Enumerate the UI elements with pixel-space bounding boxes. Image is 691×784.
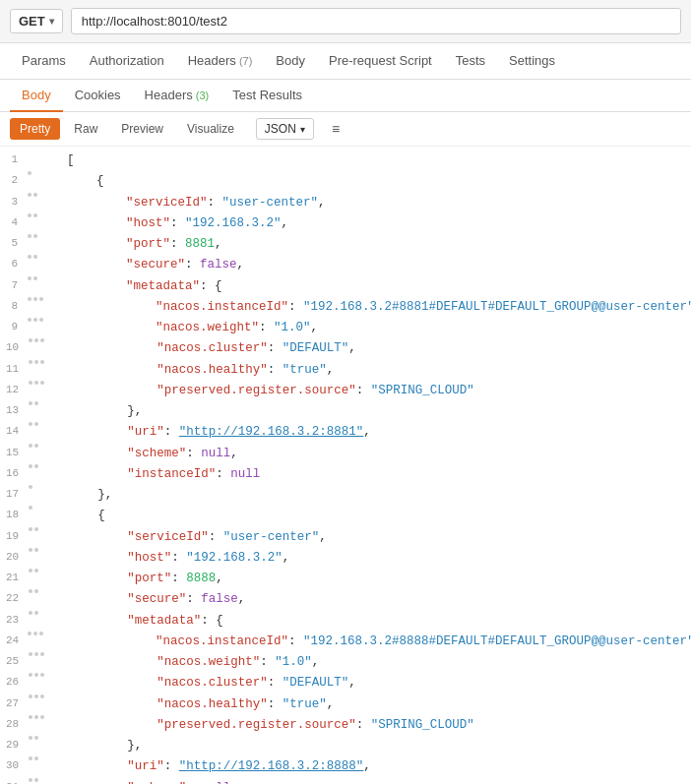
top-tab-body[interactable]: Body (264, 43, 317, 80)
indent-dot (29, 715, 32, 719)
line-content: [ (67, 151, 691, 171)
table-row: 12 "preserved.register.source": "SPRING_… (0, 381, 691, 401)
line-content: "serviceId": "user-center", (67, 193, 691, 213)
line-content: "nacos.weight": "1.0", (67, 318, 691, 338)
table-row: 15 "scheme": null, (0, 444, 691, 464)
line-dots (29, 778, 68, 782)
top-tab-params[interactable]: Params (10, 43, 78, 80)
indent-dot (34, 778, 38, 782)
line-number: 5 (0, 234, 28, 253)
line-dots (29, 444, 68, 448)
method-chevron: ▾ (49, 16, 54, 27)
response-tab-headers[interactable]: Headers (3) (133, 80, 221, 112)
line-number: 13 (0, 401, 29, 420)
response-tab-body[interactable]: Body (10, 80, 63, 112)
table-row: 27 "nacos.healthy": "true", (0, 694, 691, 715)
table-row: 26 "nacos.cluster": "DEFAULT", (0, 673, 691, 694)
json-label: JSON (265, 122, 296, 136)
indent-dot (33, 632, 37, 635)
top-tab-settings[interactable]: Settings (497, 43, 567, 80)
table-row: 3 "serviceId": "user-center", (0, 193, 691, 213)
indent-dot (29, 401, 32, 405)
line-dots (29, 756, 68, 760)
indent-dot (34, 548, 38, 552)
line-number: 2 (0, 171, 28, 190)
table-row: 24 "nacos.instanceId": "192.168.3.2#8888… (0, 632, 691, 652)
top-tab-authorization[interactable]: Authorization (78, 43, 176, 80)
raw-button[interactable]: Raw (64, 118, 107, 140)
line-number: 18 (0, 506, 29, 524)
table-row: 18 { (0, 506, 691, 526)
indent-dot (39, 297, 43, 301)
line-dots (28, 632, 67, 635)
method-selector[interactable]: GET ▾ (10, 9, 63, 33)
line-number: 25 (0, 652, 29, 671)
line-content: "instanceId": null (68, 464, 691, 485)
line-content: "nacos.healthy": "true", (68, 694, 691, 715)
line-number: 21 (0, 569, 29, 587)
preview-button[interactable]: Preview (111, 118, 173, 140)
indent-dot (34, 464, 38, 468)
line-number: 27 (0, 694, 29, 713)
indent-dot (40, 673, 44, 677)
wrap-button[interactable]: ≡ (326, 119, 346, 139)
line-number: 24 (0, 632, 28, 650)
line-dots (28, 318, 67, 322)
line-content: "uri": "http://192.168.3.2:8881", (68, 422, 691, 443)
table-row: 14 "uri": "http://192.168.3.2:8881", (0, 422, 691, 443)
line-dots (29, 401, 68, 405)
line-dots (29, 548, 68, 552)
json-format-selector[interactable]: JSON ▾ (256, 118, 314, 140)
top-tab-pre-request-script[interactable]: Pre-request Script (317, 43, 444, 80)
line-content: "nacos.instanceId": "192.168.3.2#8881#DE… (67, 297, 691, 318)
indent-dot (40, 652, 44, 656)
line-dots (29, 527, 68, 531)
indent-dot (34, 569, 38, 573)
table-row: 16 "instanceId": null (0, 464, 691, 485)
line-dots (29, 611, 68, 615)
url-input[interactable] (71, 8, 681, 34)
table-row: 29 }, (0, 736, 691, 756)
indent-dot (34, 527, 38, 531)
line-dots (29, 652, 68, 656)
top-tabs: ParamsAuthorizationHeaders (7)BodyPre-re… (0, 43, 691, 80)
indent-dot (40, 715, 44, 719)
pretty-button[interactable]: Pretty (10, 118, 60, 140)
line-number: 22 (0, 589, 29, 608)
line-content: "uri": "http://192.168.3.2:8888", (68, 756, 691, 777)
table-row: 21 "port": 8888, (0, 569, 691, 589)
indent-dot (40, 360, 44, 364)
line-dots (29, 736, 68, 740)
table-row: 4 "host": "192.168.3.2", (0, 213, 691, 234)
indent-dot (33, 234, 37, 238)
line-content: { (68, 506, 691, 526)
line-number: 6 (0, 255, 28, 273)
table-row: 7 "metadata": { (0, 276, 691, 297)
line-dots (29, 485, 68, 489)
indent-dot (34, 422, 38, 426)
visualize-button[interactable]: Visualize (177, 118, 244, 140)
indent-dot (29, 652, 32, 656)
table-row: 8 "nacos.instanceId": "192.168.3.2#8881#… (0, 297, 691, 318)
line-content: "secure": false, (67, 255, 691, 275)
indent-dot (28, 193, 31, 197)
response-tab-cookies[interactable]: Cookies (63, 80, 133, 112)
top-tab-headers[interactable]: Headers (7) (176, 43, 265, 80)
line-content: { (67, 171, 691, 192)
line-number: 12 (0, 381, 29, 399)
table-row: 19 "serviceId": "user-center", (0, 527, 691, 548)
indent-dot (34, 611, 38, 615)
indent-dot (33, 318, 37, 322)
indent-dot (33, 193, 37, 197)
line-number: 11 (0, 360, 29, 379)
indent-dot (28, 234, 31, 238)
line-dots (28, 213, 67, 217)
response-tab-test-results[interactable]: Test Results (220, 80, 314, 112)
line-dots (28, 193, 67, 197)
line-number: 28 (0, 715, 29, 734)
indent-dot (40, 338, 44, 342)
top-tab-tests[interactable]: Tests (444, 43, 497, 80)
line-dots (29, 589, 68, 593)
indent-dot (33, 297, 37, 301)
indent-dot (29, 673, 32, 677)
